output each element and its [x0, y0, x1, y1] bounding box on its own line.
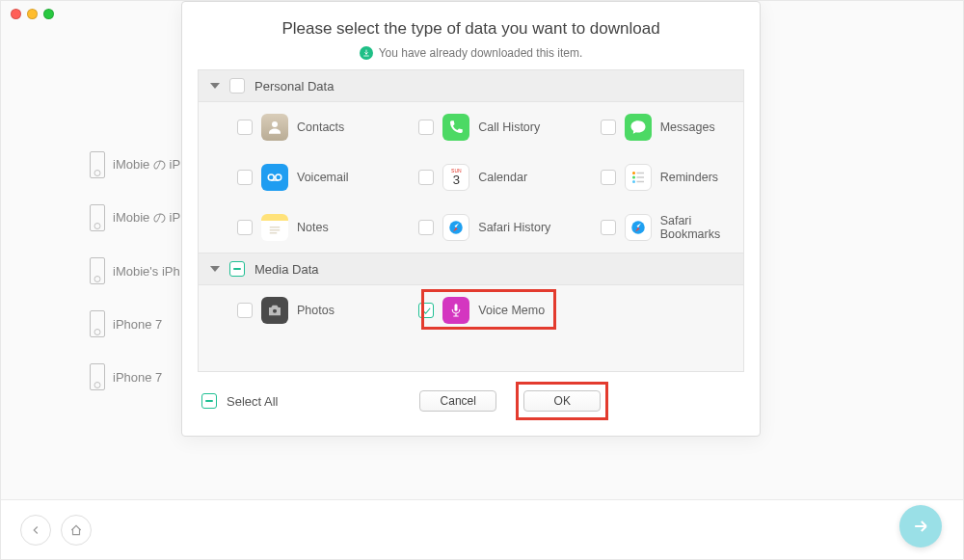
reminders-icon [625, 164, 652, 191]
svg-rect-4 [636, 173, 644, 174]
device-label: iMobie の iP [113, 209, 180, 227]
close-window[interactable] [11, 9, 21, 19]
section-media-data[interactable]: Media Data [199, 253, 743, 285]
item-label: Call History [478, 120, 540, 134]
item-label: Safari Bookmarks [660, 214, 743, 241]
item-label: Notes [297, 221, 329, 234]
voicemail-icon [261, 164, 288, 191]
minimize-window[interactable] [27, 9, 38, 19]
maximize-window[interactable] [43, 9, 54, 19]
checkbox[interactable] [601, 220, 616, 235]
home-button[interactable] [61, 515, 92, 546]
item-safari-bookmarks[interactable]: Safari Bookmarks [562, 202, 743, 253]
microphone-icon [442, 297, 469, 324]
checkbox[interactable] [237, 220, 253, 235]
svg-point-2 [276, 174, 281, 180]
item-label: Messages [660, 120, 715, 134]
item-voicemail[interactable]: Voicemail [199, 152, 380, 202]
svg-point-1 [268, 174, 274, 180]
item-notes[interactable]: Notes [199, 202, 380, 253]
disclosure-triangle-icon [210, 83, 220, 89]
checkbox-media[interactable] [229, 261, 245, 277]
item-call-history[interactable]: Call History [380, 102, 561, 152]
calendar-icon: SUN3 [442, 164, 469, 191]
svg-rect-10 [270, 229, 281, 230]
svg-point-0 [272, 121, 278, 127]
item-voice-memo[interactable]: Voice Memo [380, 285, 561, 335]
highlight-ok: OK [516, 382, 608, 420]
item-label: Contacts [297, 120, 344, 134]
section-title: Media Data [254, 262, 318, 277]
item-label: Photos [297, 304, 335, 317]
iphone-icon [90, 310, 105, 337]
iphone-icon [90, 151, 105, 178]
checkbox-personal[interactable] [229, 78, 245, 93]
svg-point-3 [632, 172, 635, 174]
svg-rect-8 [636, 181, 644, 183]
item-label: Reminders [660, 171, 718, 184]
data-type-panel: Personal Data Contacts Call History Mess… [198, 69, 744, 372]
modal-title: Please select the type of data you want … [198, 19, 744, 39]
safari-bookmarks-icon [625, 214, 652, 241]
checkbox[interactable] [237, 303, 253, 318]
messages-icon [625, 114, 652, 141]
select-all-label: Select All [227, 394, 278, 409]
camera-icon [261, 297, 288, 324]
already-text: You have already downloaded this item. [379, 46, 583, 60]
device-label: iPhone 7 [113, 317, 162, 332]
device-label: iMobie's iPh [113, 264, 180, 279]
iphone-icon [90, 204, 105, 231]
item-photos[interactable]: Photos [199, 285, 380, 335]
notes-icon [261, 214, 288, 241]
svg-rect-9 [270, 227, 281, 227]
svg-point-14 [272, 308, 277, 313]
item-label: Voice Memo [478, 304, 545, 317]
checkbox[interactable] [237, 170, 253, 185]
item-contacts[interactable]: Contacts [199, 102, 380, 152]
phone-icon [442, 114, 469, 141]
item-messages[interactable]: Messages [562, 102, 743, 152]
download-check-icon [360, 46, 373, 60]
personal-items: Contacts Call History Messages Voicemail… [199, 102, 743, 253]
disclosure-triangle-icon [210, 266, 220, 272]
media-items: Photos Voice Memo [199, 285, 743, 335]
iphone-icon [90, 257, 105, 284]
checkbox-select-all[interactable] [201, 393, 217, 409]
section-title: Personal Data [254, 79, 334, 93]
window-controls [11, 9, 54, 19]
cancel-button[interactable]: Cancel [419, 390, 496, 412]
back-button[interactable] [20, 515, 51, 546]
contacts-icon [261, 114, 288, 141]
bottom-toolbar [1, 499, 963, 559]
iphone-icon [90, 363, 105, 390]
download-type-modal: Please select the type of data you want … [181, 1, 761, 437]
svg-point-7 [632, 180, 635, 183]
checkbox[interactable] [418, 220, 434, 235]
item-reminders[interactable]: Reminders [562, 152, 743, 202]
checkbox[interactable] [601, 120, 616, 135]
item-label: Voicemail [297, 171, 349, 184]
item-safari-history[interactable]: Safari History [380, 202, 561, 253]
checkbox[interactable] [418, 120, 434, 135]
proceed-button[interactable] [899, 505, 942, 547]
modal-footer: Select All Cancel OK [198, 372, 744, 422]
checkbox[interactable] [601, 170, 616, 185]
checkbox[interactable] [418, 170, 434, 185]
svg-rect-6 [636, 176, 644, 178]
device-label: iPhone 7 [113, 370, 162, 385]
svg-rect-11 [270, 232, 278, 233]
item-label: Safari History [478, 221, 550, 234]
checkbox[interactable] [237, 120, 253, 135]
svg-rect-15 [455, 304, 458, 311]
already-downloaded-note: You have already downloaded this item. [198, 46, 744, 60]
item-calendar[interactable]: SUN3 Calendar [380, 152, 561, 202]
button-row: Cancel OK [287, 382, 740, 420]
safari-history-icon [442, 214, 469, 241]
device-label: iMobie の iP [113, 156, 180, 173]
section-personal-data[interactable]: Personal Data [199, 70, 743, 102]
checkbox[interactable] [418, 303, 434, 318]
svg-point-5 [632, 176, 635, 179]
item-label: Calendar [478, 171, 527, 184]
ok-button[interactable]: OK [523, 390, 601, 412]
